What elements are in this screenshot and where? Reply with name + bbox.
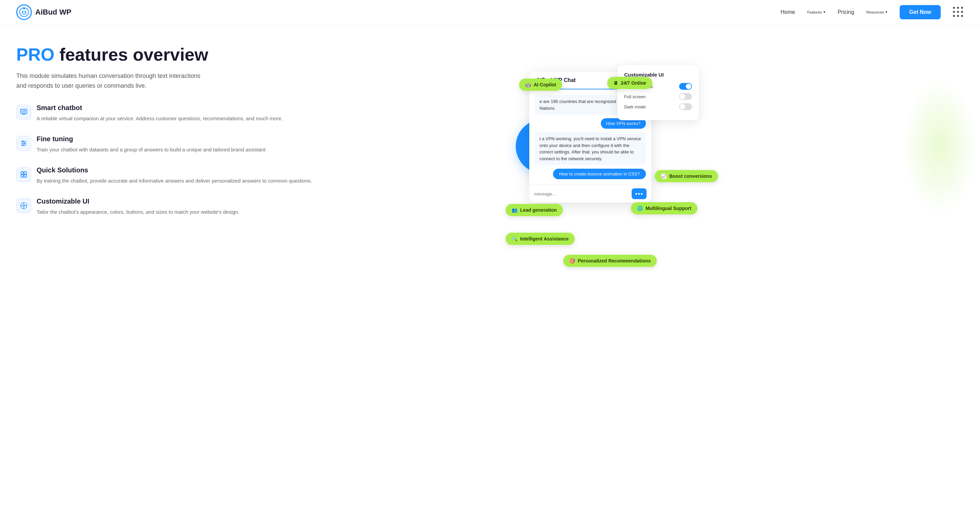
smart-chatbot-icon <box>20 108 27 116</box>
send-dot <box>638 193 640 195</box>
svg-point-2 <box>25 11 26 13</box>
quick-solutions-text: Quick Solutions By training the chatbot,… <box>37 166 312 185</box>
247-online-label: 24/7 Online <box>621 80 646 86</box>
boost-label: Boost conversions <box>669 173 712 179</box>
badge-lead-generation: 👥 Lead generation <box>506 204 563 216</box>
feature-customizable-ui: Customizable UI Tailor the chatbot's app… <box>16 197 495 216</box>
svg-rect-16 <box>24 172 26 174</box>
customizable-ui-title: Customizable UI <box>37 197 240 205</box>
badge-247-online: 🖥 24/7 Online <box>607 77 652 89</box>
smart-chatbot-title: Smart chatbot <box>37 104 283 112</box>
chat-input-row <box>529 185 651 203</box>
grid-dot <box>961 15 963 17</box>
badge-ai-copilot: 🤖 AI Copilot <box>519 79 562 91</box>
grid-dot <box>953 15 955 17</box>
grid-menu-button[interactable] <box>953 7 964 17</box>
toggle-dark-mode: Dark mode <box>624 103 692 110</box>
svg-point-13 <box>24 143 25 144</box>
personalized-icon: 🎯 <box>569 258 575 263</box>
toggle-fullscreen-switch[interactable] <box>679 93 692 100</box>
badge-intelligent-assistance: 🔍 Intelligent Assistance <box>506 233 575 245</box>
intelligent-label: Intelligent Assistance <box>520 236 569 241</box>
badge-multilingual-support: 🌐 Multilingual Support <box>631 202 697 214</box>
boost-icon: 📈 <box>661 173 667 179</box>
247-online-icon: 🖥 <box>613 80 618 86</box>
hero-subtitle: This module simulates human conversation… <box>16 71 206 91</box>
customizable-ui-icon <box>20 202 27 209</box>
navbar: AiBud WP Home Features ▾ Pricing Resourc… <box>0 0 980 24</box>
smart-chatbot-desc: A reliable virtual companion at your ser… <box>37 114 283 123</box>
customizable-ui-icon-wrap <box>16 198 31 213</box>
multilingual-label: Multilingual Support <box>646 206 691 211</box>
page-title: PRO features overview <box>16 45 495 65</box>
toggle-darkmode-switch[interactable] <box>679 103 692 110</box>
ai-copilot-icon: 🤖 <box>525 82 531 87</box>
hero-illustration: 🤖 AI Copilot 🖥 24/7 Online Customizable … <box>509 45 964 255</box>
grid-dot <box>957 15 959 17</box>
grid-dot <box>961 11 963 13</box>
get-now-button[interactable]: Get Now <box>900 5 941 19</box>
svg-point-14 <box>22 144 23 146</box>
grid-dot <box>961 7 963 9</box>
fine-tuning-desc: Train your chatbot with datasets and a g… <box>37 146 266 154</box>
toggle-darkmode-label: Dark mode <box>624 104 646 109</box>
logo-svg <box>19 8 29 17</box>
nav-home[interactable]: Home <box>781 9 795 15</box>
hero-section: PRO features overview This module simula… <box>0 24 980 525</box>
svg-rect-15 <box>21 172 23 174</box>
lead-gen-icon: 👥 <box>512 207 517 213</box>
toggle-fullscreen-label: Full screen <box>624 94 646 99</box>
chat-send-button[interactable] <box>632 188 647 199</box>
toggle-fullscreen-knob <box>680 94 685 99</box>
fine-tuning-icon <box>20 140 27 147</box>
grid-dot <box>953 7 955 9</box>
feature-smart-chatbot: Smart chatbot A reliable virtual compani… <box>16 104 495 123</box>
fine-tuning-icon-wrap <box>16 136 31 151</box>
send-dot <box>641 193 643 195</box>
toggle-popup-switch[interactable] <box>679 83 692 90</box>
green-glow <box>903 79 977 214</box>
customizable-ui-desc: Tailor the chatbot's appearance, colors,… <box>37 208 240 216</box>
chat-msg-question: How to create bounce animation in CSS? <box>553 169 646 179</box>
grid-dot <box>957 7 959 9</box>
smart-chatbot-text: Smart chatbot A reliable virtual compani… <box>37 104 283 123</box>
svg-rect-18 <box>24 175 26 177</box>
logo-icon <box>16 5 32 20</box>
toggle-popup-knob <box>686 84 691 89</box>
chat-msg-bot-2: t a VPN working, you'll need to install … <box>535 132 646 165</box>
svg-point-12 <box>22 141 23 142</box>
personalized-label: Personalized Recommendations <box>578 258 651 263</box>
quick-solutions-icon-wrap <box>16 167 31 182</box>
chat-input[interactable] <box>534 191 629 197</box>
customizable-ui-text: Customizable UI Tailor the chatbot's app… <box>37 197 240 216</box>
nav-features[interactable]: Features ▾ <box>807 10 825 14</box>
svg-rect-5 <box>21 109 27 114</box>
hero-left: PRO features overview This module simula… <box>16 45 509 228</box>
nav-pricing[interactable]: Pricing <box>838 9 854 15</box>
badge-boost-conversions: 📈 Boost conversions <box>655 170 718 182</box>
grid-dot <box>953 11 955 13</box>
quick-solutions-desc: By training the chatbot, provide accurat… <box>37 177 312 185</box>
ai-copilot-label: AI Copilot <box>534 82 556 87</box>
svg-point-19 <box>23 205 25 206</box>
quick-solutions-icon <box>20 171 27 178</box>
multilingual-icon: 🌐 <box>637 206 643 211</box>
feature-fine-tuning: Fine tuning Train your chatbot with data… <box>16 135 495 154</box>
logo-text: AiBud WP <box>35 8 71 17</box>
smart-chatbot-icon-wrap <box>16 105 31 120</box>
badge-personalized-recommendations: 🎯 Personalized Recommendations <box>563 255 657 267</box>
send-dot <box>635 193 637 195</box>
quick-solutions-title: Quick Solutions <box>37 166 312 174</box>
nav-resources[interactable]: Resources ▾ <box>867 10 888 14</box>
fine-tuning-text: Fine tuning Train your chatbot with data… <box>37 135 266 154</box>
toggle-full-screen: Full screen <box>624 93 692 100</box>
intelligent-icon: 🔍 <box>512 236 517 241</box>
lead-gen-label: Lead generation <box>520 207 557 213</box>
fine-tuning-title: Fine tuning <box>37 135 266 143</box>
grid-dot <box>957 11 959 13</box>
nav-links: Home Features ▾ Pricing Resources ▾ Get … <box>781 5 964 19</box>
toggle-darkmode-knob <box>680 104 685 109</box>
svg-point-1 <box>22 11 24 13</box>
logo[interactable]: AiBud WP <box>16 5 71 20</box>
svg-rect-17 <box>21 175 23 177</box>
